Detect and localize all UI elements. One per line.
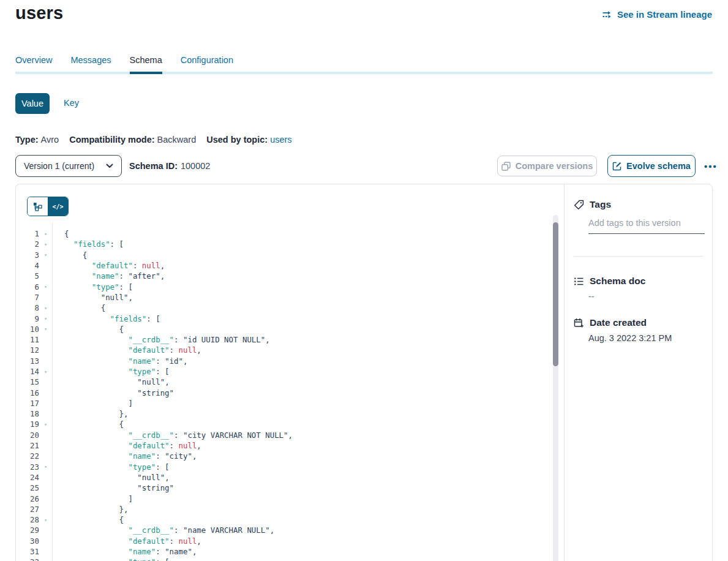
- code-text: "string": [52, 388, 174, 397]
- line-number: 15: [16, 377, 39, 386]
- line-number: 3: [16, 250, 39, 260]
- code-text: "name": "id",: [52, 356, 187, 366]
- fold-arrow-icon[interactable]: ▾: [39, 517, 52, 523]
- line-number: 22: [16, 451, 39, 461]
- calendar-icon: [574, 318, 584, 328]
- list-icon: [574, 276, 584, 287]
- tags-heading-label: Tags: [590, 199, 611, 210]
- code-text: {: [52, 420, 124, 429]
- stream-lineage-link[interactable]: See in Stream lineage: [602, 9, 712, 20]
- code-text: ]: [52, 399, 133, 408]
- tab-configuration[interactable]: Configuration: [181, 55, 233, 65]
- schema-type: Type:Avro: [15, 135, 59, 145]
- tab-schema[interactable]: Schema: [130, 55, 162, 65]
- code-text: },: [52, 409, 128, 418]
- line-number: 30: [16, 537, 39, 546]
- editor-scrollbar-thumb[interactable]: [553, 222, 558, 366]
- sidebar-divider: [574, 256, 704, 257]
- date-created-heading: Date created: [574, 317, 647, 328]
- compatibility-label: Compatibility mode:: [69, 135, 154, 145]
- fold-arrow-icon[interactable]: ▾: [39, 231, 52, 237]
- code-text: {: [52, 515, 124, 524]
- code-text: "fields": [: [52, 314, 160, 323]
- line-number: 27: [16, 505, 39, 514]
- schema-type-value: Avro: [41, 135, 59, 145]
- tree-view-icon: [33, 202, 42, 211]
- tab-bar: Overview Messages Schema Configuration: [15, 55, 233, 65]
- line-number: 8: [16, 303, 39, 312]
- line-number: 6: [16, 282, 39, 292]
- schema-meta-row: Type:Avro Compatibility mode:Backward Us…: [15, 135, 292, 145]
- tab-overview[interactable]: Overview: [15, 55, 52, 65]
- more-options-button[interactable]: •••: [700, 155, 722, 177]
- code-text: "__crdb__": "id UUID NOT NULL",: [52, 335, 270, 344]
- schema-doc-value: --: [588, 292, 595, 301]
- line-number: 26: [16, 494, 39, 503]
- tag-icon: [574, 200, 584, 210]
- code-text: "null",: [52, 293, 133, 302]
- code-text: "type": [: [52, 462, 170, 472]
- tree-view-button[interactable]: [28, 197, 48, 216]
- compatibility-mode: Compatibility mode:Backward: [69, 135, 196, 145]
- fold-arrow-icon[interactable]: ▾: [39, 421, 52, 427]
- fold-arrow-icon[interactable]: ▾: [39, 326, 52, 332]
- code-text: {: [52, 325, 124, 334]
- fold-arrow-icon[interactable]: ▾: [39, 241, 52, 247]
- fold-arrow-icon[interactable]: ▾: [39, 464, 52, 470]
- code-text: "type": [: [52, 282, 133, 292]
- fold-arrow-icon[interactable]: ▾: [39, 284, 52, 290]
- fold-arrow-icon[interactable]: ▾: [39, 315, 52, 322]
- line-number: 17: [16, 399, 39, 408]
- code-text: "name": "city",: [52, 451, 197, 461]
- code-text: "string": [52, 483, 174, 492]
- evolve-schema-button[interactable]: Evolve schema: [607, 155, 696, 177]
- schema-doc-heading-label: Schema doc: [590, 276, 645, 287]
- schema-page: users See in Stream lineage Overview Mes…: [0, 0, 728, 561]
- line-number: 18: [16, 409, 39, 418]
- schema-type-label: Type:: [15, 135, 39, 145]
- line-number: 7: [16, 293, 39, 302]
- add-tags-input[interactable]: [588, 218, 705, 234]
- code-text: "type": [: [52, 557, 170, 561]
- version-select[interactable]: Version 1 (current): [15, 155, 122, 177]
- code-text: "default": null,: [52, 345, 201, 355]
- schema-id-value: 100002: [181, 161, 210, 171]
- fold-arrow-icon[interactable]: ▾: [39, 305, 52, 311]
- editor-scrollbar[interactable]: [553, 215, 558, 561]
- code-text: "default": null,: [52, 261, 165, 270]
- version-select-value: Version 1 (current): [24, 161, 94, 171]
- line-number: 5: [16, 271, 39, 280]
- schema-id-label: Schema ID:: [129, 161, 178, 171]
- code-view-button[interactable]: </>: [48, 197, 68, 216]
- fold-arrow-icon[interactable]: ▾: [39, 369, 52, 375]
- key-toggle-link[interactable]: Key: [64, 98, 79, 108]
- code-view-icon: </>: [52, 203, 63, 210]
- topic-link[interactable]: users: [270, 135, 291, 145]
- code-text: {: [52, 250, 87, 260]
- line-number: 19: [16, 420, 39, 429]
- line-number: 14: [16, 367, 39, 376]
- stream-lineage-label: See in Stream lineage: [617, 9, 712, 20]
- tab-underline-strip: [15, 72, 713, 74]
- tags-section-heading: Tags: [574, 199, 611, 210]
- compare-versions-label: Compare versions: [516, 161, 593, 171]
- edit-icon: [612, 162, 621, 171]
- code-text: "name": "after",: [52, 271, 165, 280]
- code-text: "__crdb__": "city VARCHAR NOT NULL",: [52, 431, 293, 440]
- editor-view-toggle: </>: [27, 197, 69, 216]
- compare-versions-button[interactable]: Compare versions: [497, 156, 597, 176]
- used-by-topic: Used by topic:users: [206, 135, 291, 145]
- code-text: "name": "name",: [52, 547, 197, 556]
- line-number: 32: [16, 557, 39, 561]
- line-number: 1: [16, 229, 39, 238]
- line-number: 21: [16, 441, 39, 450]
- compatibility-value: Backward: [157, 135, 197, 145]
- fold-arrow-icon[interactable]: ▾: [39, 252, 52, 258]
- code-text: ]: [52, 494, 133, 503]
- line-number: 25: [16, 483, 39, 492]
- compare-icon: [501, 162, 511, 171]
- chevron-down-icon: [106, 164, 113, 168]
- code-text: "type": [: [52, 367, 170, 376]
- tab-messages[interactable]: Messages: [70, 55, 111, 65]
- value-toggle-button[interactable]: Value: [15, 93, 50, 114]
